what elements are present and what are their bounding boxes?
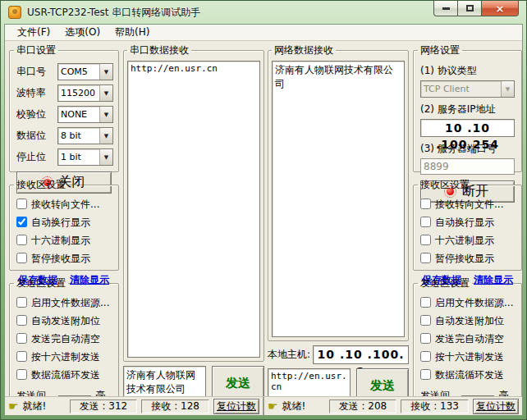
clear-display-link[interactable]: 清除显示 <box>70 273 109 287</box>
server-ip-value[interactable]: 10 .10 .100.254 <box>420 119 515 137</box>
checkbox-label: 启用文件数据源... <box>31 297 109 308</box>
hex-display-checkbox[interactable] <box>420 235 431 245</box>
network-receive-area[interactable]: 济南有人物联网技术有限公司 <box>272 61 405 337</box>
checkbox-label: 发送完自动清空 <box>435 333 504 345</box>
clear-after-send-checkbox[interactable] <box>420 333 431 344</box>
checkbox-row[interactable]: 发送完自动清空 <box>16 333 114 346</box>
serial-port-label: 串口号 <box>16 65 57 79</box>
chevron-down-icon[interactable]: ▼ <box>99 85 112 101</box>
checkbox-row[interactable]: 十六进制显示 <box>16 235 114 248</box>
serial-data-column: 串口数据接收 http://en.usr.cn 济南有人物联网技术有限公司 发送 <box>123 43 264 401</box>
stop-bits-select[interactable]: 1 bit ▼ <box>57 148 113 166</box>
checkbox-label: 暂停接收显示 <box>435 253 494 264</box>
chevron-down-icon: ▼ <box>501 81 514 97</box>
checkbox-label: 十六进制显示 <box>435 235 494 246</box>
clear-after-send-checkbox[interactable] <box>16 333 27 344</box>
baud-rate-value: 115200 <box>58 85 99 101</box>
checkbox-row[interactable]: 暂停接收显示 <box>420 253 517 266</box>
hex-display-checkbox[interactable] <box>16 235 27 245</box>
send-as-hex-checkbox[interactable] <box>16 351 27 362</box>
maximize-button[interactable] <box>457 1 482 16</box>
local-host-label: 本地主机: <box>268 348 310 362</box>
network-receive-group: 网络数据接收 济南有人物联网技术有限公司 <box>268 43 409 341</box>
auto-linefeed-checkbox[interactable] <box>420 217 431 227</box>
minimize-button[interactable] <box>433 1 458 16</box>
network-settings-title: 网络设置 <box>418 43 462 57</box>
app-window: USR-TCP232-Test 串口转网络调试助手 × 文件(F) 选项(O) … <box>0 0 527 420</box>
checkbox-row[interactable]: 数据流循环发送 <box>16 369 114 382</box>
receive-settings-right-title: 接收区设置 <box>418 178 472 192</box>
checkbox-label: 按十六进制发送 <box>435 351 504 363</box>
server-ip-label: (2) 服务器IP地址 <box>420 103 517 116</box>
pause-receive-checkbox[interactable] <box>420 253 431 263</box>
client-area: 文件(F) 选项(O) 帮助(H) 串口设置 串口号 COM5 ▼ <box>4 24 523 416</box>
stop-bits-label: 停止位 <box>16 150 57 164</box>
data-bits-row: 数据位 8 bit ▼ <box>16 127 113 144</box>
baud-rate-row: 波特率 115200 ▼ <box>16 84 113 102</box>
parity-value: NONE <box>58 107 99 122</box>
chevron-down-icon[interactable]: ▼ <box>99 149 112 165</box>
network-receive-title: 网络数据接收 <box>272 43 336 57</box>
send-settings-left-group: 发送区设置 启用文件数据源... 自动发送附加位 发送完自动清空 <box>9 276 119 405</box>
checkbox-row[interactable]: 按十六进制发送 <box>16 351 114 364</box>
close-button[interactable]: × <box>481 1 519 16</box>
checkbox-row[interactable]: 按十六进制发送 <box>420 351 517 364</box>
checkbox-row[interactable]: 暂停接收显示 <box>16 253 114 266</box>
checkbox-label: 十六进制显示 <box>31 235 90 246</box>
status-serial: ☛ 就绪! 发送 : 312 接收 : 128 复位计数 <box>5 397 263 415</box>
local-host-row: 本地主机: 10 .10 .100. 2 <box>268 345 409 364</box>
checkbox-row[interactable]: 接收转向文件... <box>420 199 517 212</box>
checkbox-row[interactable]: 发送完自动清空 <box>420 333 517 346</box>
auto-linefeed-checkbox[interactable] <box>16 217 27 227</box>
checkbox-label: 启用文件数据源... <box>435 297 513 308</box>
serial-receive-area[interactable]: http://en.usr.cn <box>127 61 260 358</box>
checkbox-label: 数据流循环发送 <box>435 369 504 381</box>
send-as-hex-checkbox[interactable] <box>420 351 431 362</box>
serial-reset-count-button[interactable]: 复位计数 <box>213 399 259 414</box>
checkbox-row[interactable]: 启用文件数据源... <box>420 297 517 310</box>
data-bits-select[interactable]: 8 bit ▼ <box>57 127 113 144</box>
loop-send-checkbox[interactable] <box>420 369 431 380</box>
network-ready-text: 就绪! <box>282 399 325 413</box>
window-title: USR-TCP232-Test 串口转网络调试助手 <box>27 6 200 20</box>
checkbox-row[interactable]: 自动发送附加位 <box>16 315 114 328</box>
protocol-type-select[interactable]: TCP Client ▼ <box>420 80 515 98</box>
file-data-source-checkbox[interactable] <box>16 297 27 308</box>
checkbox-row[interactable]: 自动换行显示 <box>16 217 114 230</box>
chevron-down-icon[interactable]: ▼ <box>99 64 112 80</box>
baud-rate-select[interactable]: 115200 ▼ <box>57 84 113 102</box>
network-settings-group: 网络设置 (1) 协议类型 TCP Client ▼ (2) 服务器IP地址 1… <box>413 43 522 172</box>
parity-select[interactable]: NONE ▼ <box>57 106 113 123</box>
auto-send-append-checkbox[interactable] <box>16 315 27 326</box>
parity-label: 校验位 <box>16 107 57 121</box>
loop-send-checkbox[interactable] <box>16 369 27 380</box>
menu-help[interactable]: 帮助(H) <box>108 24 157 41</box>
send-settings-left-title: 发送区设置 <box>14 276 68 290</box>
checkbox-row[interactable]: 十六进制显示 <box>420 235 517 248</box>
pause-receive-checkbox[interactable] <box>16 253 27 263</box>
data-bits-value: 8 bit <box>58 128 99 144</box>
protocol-type-label: (1) 协议类型 <box>420 64 517 78</box>
network-reset-count-button[interactable]: 复位计数 <box>473 399 519 414</box>
checkbox-row[interactable]: 数据流循环发送 <box>420 369 517 382</box>
file-data-source-checkbox[interactable] <box>420 297 431 308</box>
receive-to-file-checkbox[interactable] <box>16 199 27 209</box>
checkbox-row[interactable]: 接收转向文件... <box>16 199 114 212</box>
chevron-down-icon[interactable]: ▼ <box>99 128 112 144</box>
receive-to-file-checkbox[interactable] <box>420 199 431 209</box>
status-bar: ☛ 就绪! 发送 : 312 接收 : 128 复位计数 ☛ 就绪! 发送 : … <box>5 396 522 415</box>
menu-file[interactable]: 文件(F) <box>10 24 57 41</box>
checkbox-label: 按十六进制发送 <box>31 351 100 363</box>
menu-options[interactable]: 选项(O) <box>57 24 108 41</box>
server-port-input[interactable] <box>420 158 515 175</box>
auto-send-append-checkbox[interactable] <box>420 315 431 326</box>
chevron-down-icon[interactable]: ▼ <box>99 107 112 122</box>
serial-port-value: COM5 <box>58 64 99 80</box>
stop-bits-row: 停止位 1 bit ▼ <box>16 148 113 166</box>
checkbox-row[interactable]: 启用文件数据源... <box>16 297 114 310</box>
checkbox-row[interactable]: 自动换行显示 <box>420 217 517 230</box>
clear-display-link[interactable]: 清除显示 <box>474 273 513 287</box>
checkbox-label: 自动换行显示 <box>31 217 90 228</box>
checkbox-row[interactable]: 自动发送附加位 <box>420 315 517 328</box>
serial-port-select[interactable]: COM5 ▼ <box>57 63 113 80</box>
